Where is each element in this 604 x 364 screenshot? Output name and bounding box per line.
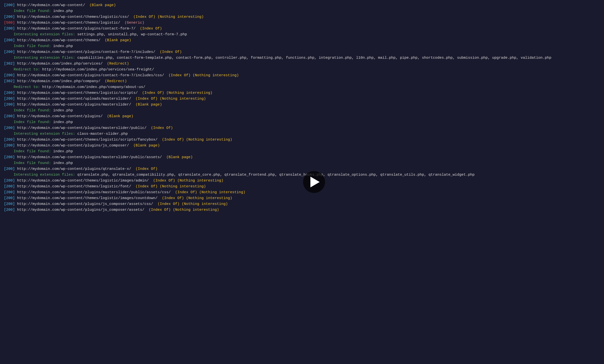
line-16: [200] http://mydomain.com/wp-content/the… <box>4 90 600 96</box>
line-10: Interesting extension files: capabilitie… <box>4 55 600 61</box>
line-5: [200] http://mydomain.com/wp-content/plu… <box>4 26 600 32</box>
line-12: Redirect to: http://mydomain.com/index.p… <box>4 67 600 73</box>
line-11: [302] http://mydomain.com/index.php/serv… <box>4 61 600 67</box>
line-19: Index file found: index.php <box>4 108 600 114</box>
line-31: [200] http://mydomain.com/wp-content/the… <box>4 178 600 184</box>
line-23: Interesting extension files: class-maste… <box>4 131 600 137</box>
line-32: [200] http://mydomain.com/wp-content/the… <box>4 184 600 190</box>
line-27: [200] http://mydomain.com/wp-content/plu… <box>4 155 600 160</box>
line-1: [200] http://mydomain.com/wp-content/ (B… <box>4 2 600 8</box>
line-14: [302] http://mydomain.com/index.php/comp… <box>4 78 600 84</box>
line-20: [200] http://mydomain.com/wp-content/plu… <box>4 114 600 119</box>
line-35: [200] http://mydomain.com/wp-content/plu… <box>4 201 600 207</box>
line-25: [200] http://mydomain.com/wp-content/plu… <box>4 143 600 149</box>
line-34: [200] http://mydomain.com/wp-content/the… <box>4 195 600 201</box>
line-26: Index file found: index.php <box>4 149 600 155</box>
play-icon <box>310 177 320 187</box>
status-200: [200] <box>4 3 15 7</box>
line-33: [200] http://mydomain.com/wp-content/plu… <box>4 190 600 195</box>
play-button[interactable] <box>303 171 325 193</box>
line-2: Index file found: index.php <box>4 8 600 14</box>
line-36: [200] http://mydomain.com/wp-content/plu… <box>4 207 600 213</box>
line-30: Interesting extension files: qtranslate.… <box>4 172 600 178</box>
line-28: Index file found: index.php <box>4 160 600 166</box>
line-24: [200] http://mydomain.com/wp-content/the… <box>4 137 600 143</box>
line-6: Interesting extension files: settings.ph… <box>4 32 600 37</box>
line-4: [500] http://mydomain.com/wp-content/the… <box>4 20 600 26</box>
line-22: [200] http://mydomain.com/wp-content/plu… <box>4 125 600 131</box>
line-3: [200] http://mydomain.com/wp-content/the… <box>4 14 600 20</box>
line-18: [200] http://mydomain.com/wp-content/plu… <box>4 102 600 108</box>
line-7: [200] http://mydomain.com/wp-content/the… <box>4 37 600 43</box>
line-15: Redirect to: http://mydomain.com/index.p… <box>4 84 600 90</box>
line-21: Index file found: index.php <box>4 119 600 125</box>
line-8: Index file found: index.php <box>4 43 600 49</box>
terminal-output: [200] http://mydomain.com/wp-content/ (B… <box>4 2 600 213</box>
line-13: [200] http://mydomain.com/wp-content/plu… <box>4 73 600 78</box>
line-29: [200] http://mydomain.com/wp-content/plu… <box>4 166 600 172</box>
line-9: [200] http://mydomain.com/wp-content/plu… <box>4 49 600 55</box>
line-17: [200] http://mydomain.com/wp-content/upl… <box>4 96 600 102</box>
